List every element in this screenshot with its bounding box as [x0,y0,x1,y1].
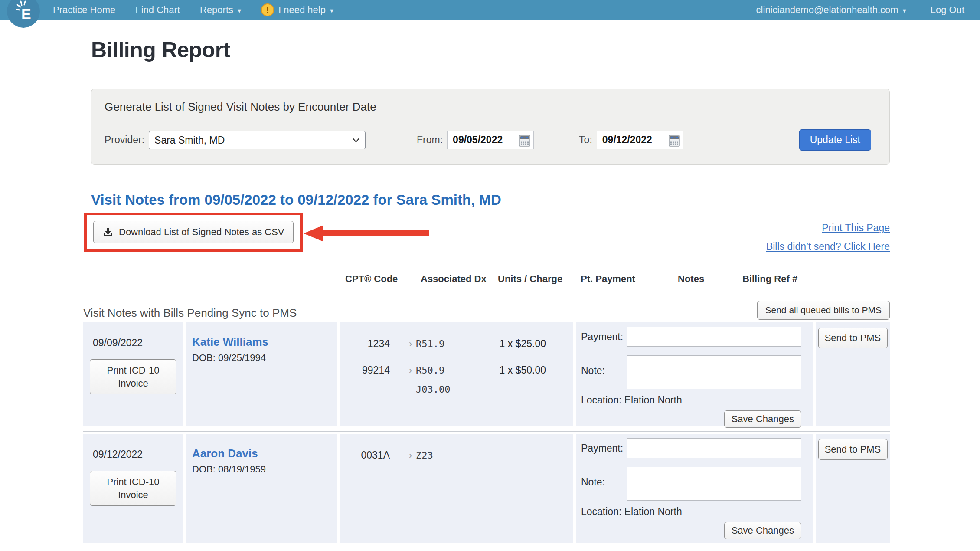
col-header-cpt-code: CPT® Code [345,273,398,285]
print-icd10-invoice-button[interactable]: Print ICD-10 Invoice [90,359,176,394]
save-changes-button[interactable]: Save Changes [724,522,801,539]
send-to-pms-button[interactable]: Send to PMS [818,328,888,348]
payment-label: Payment: [581,443,627,454]
payment-cell: Payment: Note: Location: Elation North S… [576,434,813,543]
table-row: 09/09/2022 Print ICD-10 Invoice Katie Wi… [83,320,890,426]
action-cell: Send to PMS [816,322,890,426]
billing-report-page: E Practice Home Find Chart Reports ▾ ! I… [0,0,980,551]
send-all-queued-bills-button[interactable]: Send all queued bills to PMS [757,301,890,320]
code-line: 0031A ›Z23 [340,449,573,461]
logout-link[interactable]: Log Out [931,4,964,16]
annotation-area: Download List of Signed Notes as CSV Pri… [83,212,890,273]
patient-cell: Katie Williams DOB: 09/25/1994 [186,322,337,426]
annotation-arrow [304,224,429,243]
dx-code: Z23 [416,450,433,461]
download-csv-label: Download List of Signed Notes as CSV [119,226,284,238]
nav-find-chart[interactable]: Find Chart [135,4,180,16]
code-line: ›J03.00 [340,384,573,395]
dx-chevron-icon: › [409,450,416,461]
payment-cell: Payment: Note: Location: Elation North S… [576,322,813,426]
cpt-code: 0031A [340,449,390,461]
header-divider [83,290,890,290]
nav-practice-home[interactable]: Practice Home [53,4,115,16]
provider-label: Provider: [105,134,144,146]
nav-links: Practice Home Find Chart Reports ▾ ! I n… [53,3,333,16]
caret-down-icon: ▾ [903,7,906,15]
location-text: Location: Elation North [581,506,813,518]
note-input[interactable] [627,467,801,501]
code-line: 99214 ›R50.9 1 x $50.00 [340,364,573,376]
visit-date-cell: 09/12/2022 Print ICD-10 Invoice [83,434,183,543]
col-header-billing-ref: Billing Ref # [742,273,797,285]
calendar-icon[interactable] [668,134,681,147]
elation-logo-icon: E [7,0,40,28]
print-this-page-link[interactable]: Print This Page [766,222,890,234]
nav-practice-home-label: Practice Home [53,4,115,16]
top-navbar: E Practice Home Find Chart Reports ▾ ! I… [0,0,980,20]
codes-cell: 1234 ›R51.9 1 x $25.00 99214 ›R50.9 1 x … [340,322,573,426]
patient-dob: DOB: 08/19/1959 [192,464,337,475]
save-changes-button[interactable]: Save Changes [724,410,801,428]
nav-reports-label: Reports [200,4,233,16]
logout-label: Log Out [931,4,964,16]
payment-input[interactable] [627,438,801,458]
update-list-button[interactable]: Update List [799,129,871,151]
nav-help-label: I need help [278,4,326,16]
code-line: 1234 ›R51.9 1 x $25.00 [340,338,573,350]
units-charge: 1 x $50.00 [500,364,546,376]
cpt-code: 1234 [340,338,390,350]
caret-down-icon: ▾ [238,7,241,15]
elation-logo[interactable]: E [7,0,40,28]
results-heading: Visit Notes from 09/05/2022 to 09/12/202… [91,192,890,208]
page-title: Billing Report [91,37,890,62]
main-content: Billing Report Generate List of Signed V… [83,37,890,549]
table-row: 09/12/2022 Print ICD-10 Invoice Aaron Da… [83,431,890,543]
annotation-highlight-box: Download List of Signed Notes as CSV [84,213,303,252]
send-to-pms-button[interactable]: Send to PMS [818,439,888,460]
codes-cell: 0031A ›Z23 [340,434,573,543]
pending-sync-section: Visit Notes with Bills Pending Sync to P… [83,301,890,320]
nav-account-area: cliniciandemo@elationhealth.com ▾ Log Ou… [756,4,964,16]
to-label: To: [579,134,592,146]
download-icon [102,226,114,238]
units-charge: 1 x $25.00 [500,338,546,350]
dx-code: J03.00 [416,384,450,395]
visit-date: 09/09/2022 [83,337,183,349]
action-cell: Send to PMS [816,434,890,543]
dx-chevron-icon: › [409,338,416,350]
filter-controls: Provider: Sara Smith, MD From: [105,129,876,151]
account-email: cliniciandemo@elationhealth.com [756,4,898,16]
filter-panel-heading: Generate List of Signed Visit Notes by E… [105,100,876,114]
visit-date-cell: 09/09/2022 Print ICD-10 Invoice [83,322,183,426]
bills-didnt-send-link[interactable]: Bills didn’t send? Click Here [766,241,890,253]
patient-name-link[interactable]: Katie Williams [192,335,268,348]
account-menu[interactable]: cliniciandemo@elationhealth.com ▾ [756,4,906,16]
nav-reports-menu[interactable]: Reports ▾ [200,4,241,16]
col-header-pt-payment: Pt. Payment [581,273,635,285]
cpt-code: 99214 [340,364,390,376]
payment-input[interactable] [627,327,801,347]
table-bottom-border [83,549,890,549]
side-links: Print This Page Bills didn’t send? Click… [766,222,890,253]
note-input[interactable] [627,355,801,389]
col-header-associated-dx: Associated Dx [421,273,487,285]
svg-text:E: E [21,6,31,22]
nav-find-chart-label: Find Chart [135,4,180,16]
calendar-icon[interactable] [518,134,531,147]
note-label: Note: [581,355,627,377]
from-label: From: [417,134,443,146]
note-label: Note: [581,467,627,488]
patient-dob: DOB: 09/25/1994 [192,352,337,364]
dx-chevron-icon: › [409,365,416,376]
payment-label: Payment: [581,331,627,343]
warning-icon: ! [261,3,274,16]
dx-code: R51.9 [416,338,444,349]
download-csv-button[interactable]: Download List of Signed Notes as CSV [93,221,294,243]
print-icd10-invoice-button[interactable]: Print ICD-10 Invoice [90,471,176,506]
patient-name-link[interactable]: Aaron Davis [192,447,258,460]
pending-sync-title: Visit Notes with Bills Pending Sync to P… [83,306,297,320]
provider-select[interactable]: Sara Smith, MD [149,131,366,149]
col-header-notes: Notes [678,273,704,285]
nav-help-menu[interactable]: ! I need help ▾ [261,3,333,16]
filter-panel: Generate List of Signed Visit Notes by E… [91,89,890,165]
